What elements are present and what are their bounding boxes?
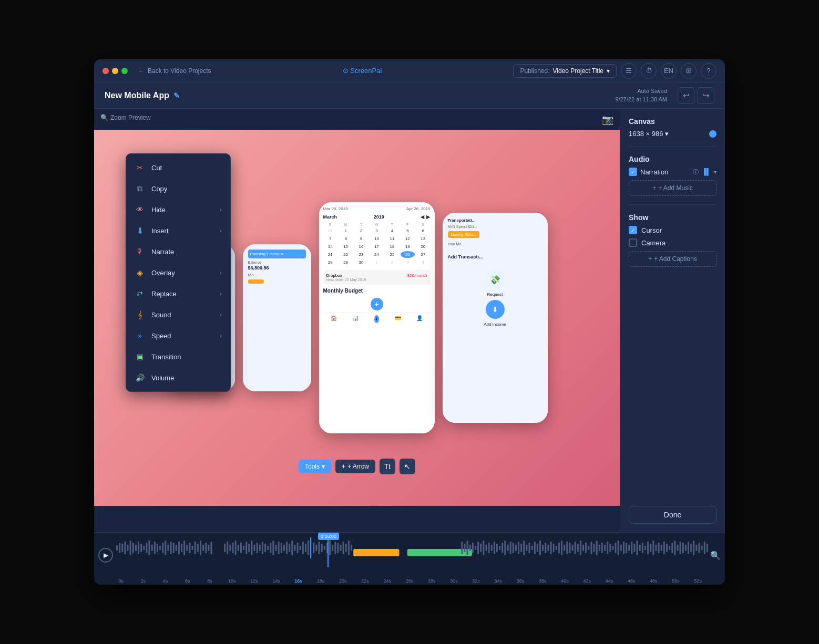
time-marker-42s: 42s [576, 578, 598, 584]
timeline-content: ▶ // Generate waveform bars inline - use… [94, 533, 725, 577]
svg-rect-168 [682, 543, 684, 553]
menu-item-sound[interactable]: 𝄞 Sound › [126, 304, 230, 325]
autosave-area: Auto Saved 9/27/22 at 11:38 AM [616, 87, 667, 103]
narrate-icon: 🎙 [135, 246, 145, 257]
maximize-button[interactable] [121, 68, 128, 74]
svg-rect-69 [305, 544, 306, 552]
svg-rect-135 [593, 544, 595, 552]
svg-rect-147 [626, 543, 627, 553]
menu-item-copy[interactable]: ⧉ Copy [126, 178, 230, 199]
cursor-tool-button[interactable]: ↖ [400, 459, 415, 474]
svg-rect-55 [267, 546, 269, 550]
svg-rect-106 [515, 545, 517, 551]
play-button[interactable]: ▶ [98, 548, 113, 563]
undo-button[interactable]: ↩ [678, 87, 694, 104]
svg-rect-27 [189, 543, 190, 553]
svg-rect-173 [695, 545, 697, 551]
svg-rect-96 [488, 543, 490, 553]
svg-rect-102 [504, 541, 506, 555]
camera-checkbox[interactable] [629, 238, 637, 247]
waveform-area: // Generate waveform bars inline - use s… [116, 535, 709, 561]
menu-item-overlay[interactable]: ◈ Overlay › [126, 262, 230, 283]
layers-icon-button[interactable]: ⊞ [681, 63, 697, 79]
menu-item-cut[interactable]: ✂ Cut [126, 157, 230, 178]
svg-rect-159 [658, 543, 660, 553]
svg-rect-175 [701, 546, 703, 550]
svg-rect-114 [537, 544, 538, 552]
narration-checkbox[interactable]: ✓ [629, 168, 637, 176]
svg-rect-171 [690, 544, 692, 552]
canvas-size-label[interactable]: 1638 × 986 ▾ [629, 130, 669, 138]
menu-item-speed[interactable]: » Speed › [126, 325, 230, 346]
svg-rect-23 [178, 542, 180, 554]
list-icon-button[interactable]: ☰ [621, 63, 637, 79]
help-icon-button[interactable]: ? [701, 63, 716, 79]
time-marker-32s: 32s [465, 578, 487, 584]
camera-icon[interactable]: 📷 [602, 114, 613, 126]
timeline: ▶ // Generate waveform bars inline - use… [94, 532, 725, 585]
back-button[interactable]: ← Back to Video Projects [138, 67, 211, 75]
autosave-date: 9/27/22 at 11:38 AM [616, 96, 667, 103]
svg-rect-174 [698, 543, 700, 553]
redo-button[interactable]: ↪ [698, 87, 714, 104]
time-marker-22s: 22s [354, 578, 376, 584]
menu-item-replace[interactable]: ⇄ Replace › [126, 283, 230, 304]
narration-info-icon[interactable]: ⓘ [693, 168, 699, 176]
phone-screen-second: Panning Platinum Balance $6,800.86 Mo... [243, 244, 311, 391]
narration-dropdown-icon[interactable]: ▾ [714, 169, 716, 175]
canvas-aspect-toggle[interactable] [709, 130, 716, 138]
project-title-text: New Mobile App [105, 91, 169, 100]
menu-item-narrate[interactable]: 🎙 Narrate [126, 241, 230, 262]
title-right: Published: Video Project Title ▾ ☰ ⏱ EN … [513, 63, 716, 79]
svg-rect-107 [518, 542, 519, 554]
edit-title-icon[interactable]: ✎ [173, 91, 180, 100]
svg-rect-157 [652, 541, 654, 555]
svg-rect-161 [663, 542, 665, 554]
clock-icon-button[interactable]: ⏱ [641, 63, 657, 79]
arrow-button[interactable]: + + Arrow [335, 460, 375, 473]
svg-rect-100 [499, 546, 500, 550]
svg-rect-101 [501, 543, 503, 553]
canvas-size-dropdown-icon: ▾ [665, 130, 669, 138]
cursor-row: ✓ Cursor [629, 226, 716, 234]
overlay-icon: ◈ [135, 267, 145, 278]
svg-rect-3 [124, 542, 126, 554]
done-button[interactable]: Done [629, 506, 716, 524]
add-music-button[interactable]: + + Add Music [629, 180, 716, 196]
language-button[interactable]: EN [661, 63, 677, 79]
menu-item-volume[interactable]: 🔊 Volume [126, 367, 230, 388]
waveform-svg: // Generate waveform bars inline - use s… [116, 537, 709, 558]
insert-icon: ⬇ [135, 225, 145, 236]
menu-sound-label: Sound [151, 311, 171, 319]
time-marker-46s: 46s [620, 578, 642, 584]
menu-item-hide[interactable]: 👁 Hide › [126, 199, 230, 220]
tools-button[interactable]: Tools ▾ [299, 460, 331, 473]
add-captions-button[interactable]: + + Add Captions [629, 251, 716, 267]
audio-section-title: Audio [629, 155, 716, 163]
svg-rect-82 [343, 542, 344, 554]
svg-rect-9 [140, 544, 142, 552]
svg-rect-99 [496, 544, 498, 552]
narration-row: ✓ Narration ⓘ ▐▌ ▾ [629, 168, 716, 176]
svg-rect-166 [677, 545, 678, 551]
calendar-grid: S M T W T F S 28 1 2 3 4 [323, 223, 431, 266]
cursor-checkbox[interactable]: ✓ [629, 226, 637, 234]
time-marker-50s: 50s [664, 578, 687, 584]
close-button[interactable] [103, 68, 109, 74]
publish-button[interactable]: Published: Video Project Title ▾ [513, 64, 617, 78]
text-tool-button[interactable]: Tt [380, 459, 395, 474]
menu-item-insert[interactable]: ⬇ Insert › [126, 220, 230, 241]
menu-hide-label: Hide [151, 206, 166, 214]
plus-icon: + [342, 463, 345, 470]
menu-item-transition[interactable]: ▣ Transition [126, 346, 230, 367]
secondary-toolbar: New Mobile App ✎ Auto Saved 9/27/22 at 1… [94, 82, 725, 109]
canvas-area: 🔍 Zoom Preview 📷 VISA Mand... [94, 109, 620, 532]
calendar-view: Mar 26, 2019 Apr 26, 2019 March 2019 ◀ ▶ [319, 202, 435, 433]
playhead-line [327, 540, 329, 567]
minimize-button[interactable] [112, 68, 118, 74]
svg-rect-152 [639, 545, 641, 551]
svg-rect-131 [582, 545, 584, 551]
timeline-search-button[interactable]: 🔍 [710, 550, 721, 560]
divider-2 [629, 204, 716, 205]
svg-rect-151 [637, 541, 638, 555]
